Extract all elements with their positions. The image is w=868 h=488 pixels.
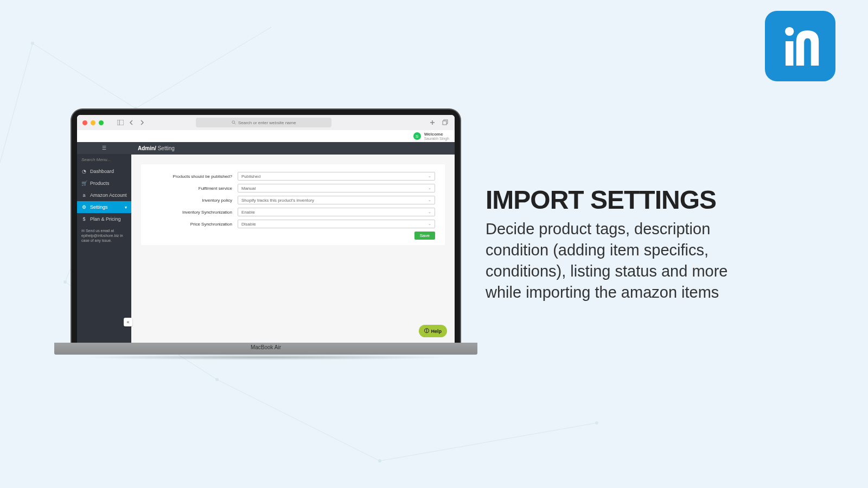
select-value: Shopify tracks this product's inventory xyxy=(241,198,314,203)
promo-body: Decide product tags, description conditi… xyxy=(486,219,768,304)
select-value: Disable xyxy=(241,222,256,227)
breadcrumb-page: Setting xyxy=(156,145,175,151)
chevron-down-icon: ▾ xyxy=(125,205,127,210)
sidebar-item-amazon[interactable]: a Amazon Account xyxy=(77,189,131,201)
welcome-label: Welcome xyxy=(424,132,449,137)
settings-panel: Products should be published? Published … xyxy=(141,164,445,245)
form-label: Products should be published? xyxy=(151,174,232,179)
back-icon[interactable] xyxy=(127,119,135,126)
welcome-user: Saurabh Singh xyxy=(424,137,449,140)
maximize-dot-icon[interactable] xyxy=(99,120,104,125)
promo-block: IMPORT SETTINGS Decide product tags, des… xyxy=(486,187,768,304)
browser-chrome: Search or enter website name xyxy=(77,115,455,130)
sidebar-collapse-button[interactable]: « xyxy=(124,318,132,326)
chevron-down-icon: ⌄ xyxy=(428,210,431,214)
gear-icon: ⚙ xyxy=(81,204,87,210)
sidebar-item-label: Settings xyxy=(90,204,108,210)
form-label: Price Synchronization xyxy=(151,222,232,227)
sidebar: ☰ Search Menu... ◔ Dashboard 🛒 Products … xyxy=(77,142,131,343)
sidebar-item-settings[interactable]: ⚙ Settings ▾ xyxy=(77,201,131,213)
form-label: Inventory policy xyxy=(151,198,232,203)
form-label: Inventory Synchronization xyxy=(151,210,232,215)
svg-point-13 xyxy=(785,27,794,36)
laptop-shadow xyxy=(81,355,450,360)
chevron-down-icon: ⌄ xyxy=(428,198,431,202)
ia-logo xyxy=(765,11,835,81)
chevron-down-icon: ⌄ xyxy=(428,186,431,190)
svg-line-9 xyxy=(217,380,380,461)
app-root: S Welcome Saurabh Singh ☰ Search Menu...… xyxy=(77,130,455,343)
svg-line-11 xyxy=(0,43,33,163)
tabs-overview-icon[interactable] xyxy=(442,119,449,126)
url-bar[interactable]: Search or enter website name xyxy=(196,118,331,127)
avatar[interactable]: S xyxy=(413,132,421,140)
amazon-icon: a xyxy=(81,192,87,198)
form-row-published: Products should be published? Published … xyxy=(151,172,435,181)
svg-line-12 xyxy=(136,27,271,108)
sidebar-item-label: Plan & Pricing xyxy=(90,216,121,222)
select-inventory-policy[interactable]: Shopify tracks this product's inventory … xyxy=(238,196,435,204)
select-published[interactable]: Published ⌄ xyxy=(238,172,435,181)
welcome-block[interactable]: Welcome Saurabh Singh xyxy=(424,132,449,140)
forward-icon[interactable] xyxy=(138,119,146,126)
help-button[interactable]: ⓘ Help xyxy=(419,325,447,337)
dollar-icon: $ xyxy=(81,216,87,222)
sidebar-item-label: Products xyxy=(90,181,110,186)
hamburger-icon[interactable]: ☰ xyxy=(77,142,131,154)
svg-rect-21 xyxy=(443,121,446,125)
laptop-mockup: Search or enter website name S Welcome xyxy=(71,108,461,360)
sidebar-item-label: Dashboard xyxy=(90,169,114,174)
svg-point-4 xyxy=(378,459,381,463)
svg-line-6 xyxy=(33,43,136,108)
chevron-down-icon: ⌄ xyxy=(428,174,431,178)
select-price-sync[interactable]: Disable ⌄ xyxy=(238,220,435,228)
select-fulfilment[interactable]: Manual ⌄ xyxy=(238,184,435,192)
sidebar-item-plan[interactable]: $ Plan & Pricing xyxy=(77,213,131,225)
select-value: Published xyxy=(241,174,260,179)
svg-point-16 xyxy=(232,121,235,124)
sidebar-item-label: Amazon Account xyxy=(90,192,127,198)
form-label: Fulfilment service xyxy=(151,186,232,191)
search-icon xyxy=(232,120,236,125)
svg-point-3 xyxy=(215,378,219,381)
sidebar-search[interactable]: Search Menu... xyxy=(77,154,131,165)
select-inventory-sync[interactable]: Enable ⌄ xyxy=(238,208,435,216)
laptop-base xyxy=(54,343,477,355)
breadcrumb: Admin/ Setting xyxy=(131,142,455,155)
form-row-inventory-policy: Inventory policy Shopify tracks this pro… xyxy=(151,196,435,204)
main-area: Admin/ Setting Products should be publis… xyxy=(131,142,455,343)
sidebar-item-products[interactable]: 🛒 Products xyxy=(77,177,131,189)
svg-line-10 xyxy=(380,423,597,461)
svg-rect-14 xyxy=(117,120,124,125)
breadcrumb-root: Admin/ xyxy=(138,145,156,151)
sidebar-note: ✉ Send us email at epihelp@infoshore.biz… xyxy=(77,225,131,246)
new-tab-icon[interactable] xyxy=(429,119,436,126)
help-label: Help xyxy=(431,329,442,334)
select-value: Enable xyxy=(241,210,255,215)
svg-point-0 xyxy=(31,42,34,45)
svg-line-17 xyxy=(234,123,235,124)
promo-title: IMPORT SETTINGS xyxy=(486,187,768,213)
help-icon: ⓘ xyxy=(424,328,429,335)
form-row-price-sync: Price Synchronization Disable ⌄ xyxy=(151,220,435,228)
close-dot-icon[interactable] xyxy=(82,120,87,125)
chevron-down-icon: ⌄ xyxy=(428,222,431,226)
gauge-icon: ◔ xyxy=(81,169,87,174)
save-button[interactable]: Save xyxy=(414,232,435,240)
app-topbar: S Welcome Saurabh Singh xyxy=(77,130,455,142)
sidebar-toggle-icon[interactable] xyxy=(117,119,124,126)
url-placeholder: Search or enter website name xyxy=(238,120,296,125)
minimize-dot-icon[interactable] xyxy=(91,120,95,125)
svg-point-2 xyxy=(63,280,67,284)
sidebar-item-dashboard[interactable]: ◔ Dashboard xyxy=(77,165,131,177)
form-row-fulfilment: Fulfilment service Manual ⌄ xyxy=(151,184,435,192)
form-row-inventory-sync: Inventory Synchronization Enable ⌄ xyxy=(151,208,435,216)
cart-icon: 🛒 xyxy=(81,181,87,186)
select-value: Manual xyxy=(241,186,256,191)
svg-point-5 xyxy=(595,421,598,425)
